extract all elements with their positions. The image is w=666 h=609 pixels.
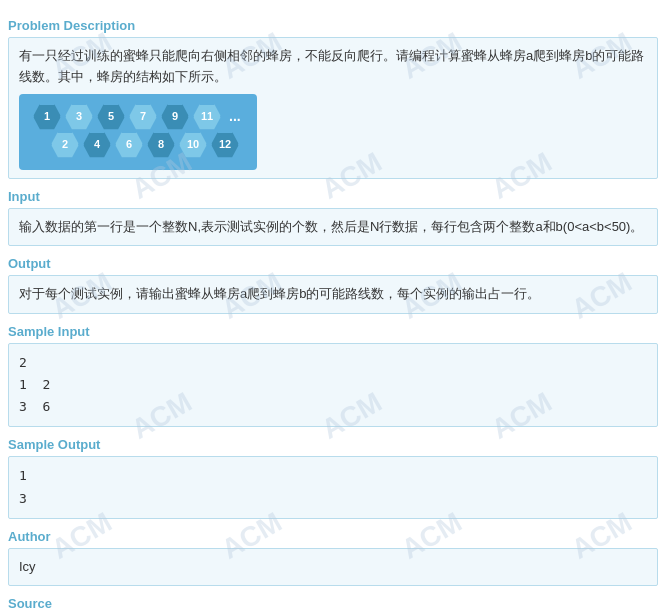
hex-5: 5 — [97, 104, 125, 130]
output-section: Output 对于每个测试实例，请输出蜜蜂从蜂房a爬到蜂房b的可能路线数，每个实… — [8, 256, 658, 314]
output-box: 对于每个测试实例，请输出蜜蜂从蜂房a爬到蜂房b的可能路线数，每个实例的输出占一行… — [8, 275, 658, 314]
sample-output-box: 1 3 — [8, 456, 658, 518]
problem-description-text: 有一只经过训练的蜜蜂只能爬向右侧相邻的蜂房，不能反向爬行。请编程计算蜜蜂从蜂房a… — [19, 46, 647, 88]
hex-row-2: 2 4 6 8 10 12 — [51, 132, 243, 158]
hex-3: 3 — [65, 104, 93, 130]
dots: ... — [229, 105, 241, 127]
sample-input-label: Sample Input — [8, 324, 658, 339]
sample-input-box: 2 1 2 3 6 — [8, 343, 658, 427]
input-box: 输入数据的第一行是一个整数N,表示测试实例的个数，然后是N行数据，每行包含两个整… — [8, 208, 658, 247]
hex-7: 7 — [129, 104, 157, 130]
honeycomb-image: 1 3 5 7 9 11 ... 2 4 6 8 10 12 — [19, 94, 257, 170]
hex-1: 1 — [33, 104, 61, 130]
hex-9: 9 — [161, 104, 189, 130]
input-label: Input — [8, 189, 658, 204]
input-section: Input 输入数据的第一行是一个整数N,表示测试实例的个数，然后是N行数据，每… — [8, 189, 658, 247]
source-label: Source — [8, 596, 658, 609]
author-section: Author Icy — [8, 529, 658, 587]
hex-row-1: 1 3 5 7 9 11 ... — [33, 104, 243, 130]
hex-10: 10 — [179, 132, 207, 158]
source-section: Source 递推求解专题练习（For Beginner） — [8, 596, 658, 609]
problem-description-section: Problem Description 有一只经过训练的蜜蜂只能爬向右侧相邻的蜂… — [8, 18, 658, 179]
output-label: Output — [8, 256, 658, 271]
hex-11: 11 — [193, 104, 221, 130]
problem-description-label: Problem Description — [8, 18, 658, 33]
hex-12: 12 — [211, 132, 239, 158]
hex-8: 8 — [147, 132, 175, 158]
sample-input-section: Sample Input 2 1 2 3 6 — [8, 324, 658, 427]
hex-2: 2 — [51, 132, 79, 158]
hex-4: 4 — [83, 132, 111, 158]
hex-6: 6 — [115, 132, 143, 158]
author-box: Icy — [8, 548, 658, 587]
sample-output-section: Sample Output 1 3 — [8, 437, 658, 518]
author-label: Author — [8, 529, 658, 544]
problem-description-box: 有一只经过训练的蜜蜂只能爬向右侧相邻的蜂房，不能反向爬行。请编程计算蜜蜂从蜂房a… — [8, 37, 658, 179]
sample-output-label: Sample Output — [8, 437, 658, 452]
